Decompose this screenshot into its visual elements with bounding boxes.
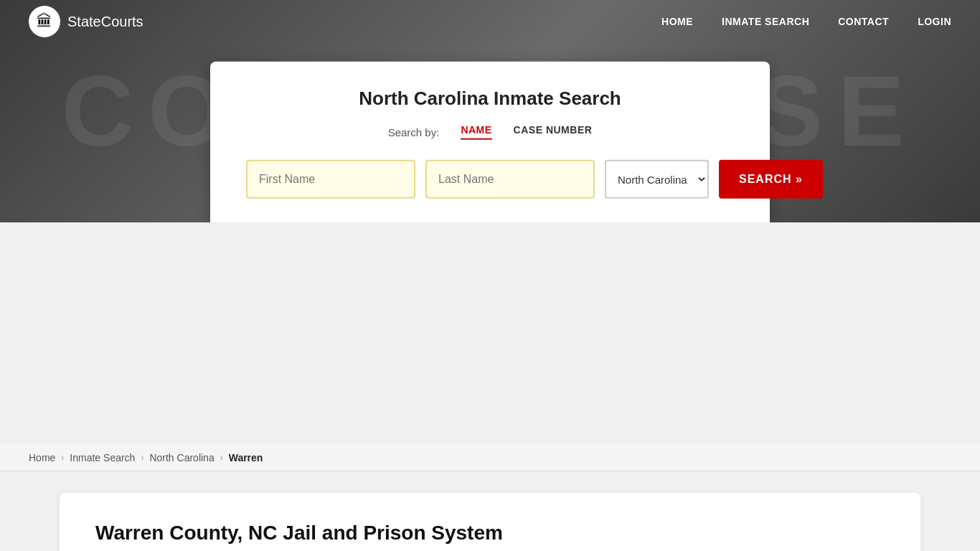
search-card: North Carolina Inmate Search Search by: …: [210, 62, 770, 222]
logo-icon: 🏛: [29, 6, 60, 37]
top-navigation: 🏛 StateCourts HOME INMATE SEARCH CONTACT…: [0, 0, 980, 43]
state-select[interactable]: North Carolina Alabama Alaska Arizona Ca…: [605, 160, 709, 199]
breadcrumb-home[interactable]: Home: [29, 452, 55, 463]
tab-case-number[interactable]: CASE NUMBER: [514, 124, 593, 140]
search-by-label: Search by:: [388, 126, 440, 138]
nav-links: HOME INMATE SEARCH CONTACT LOGIN: [661, 16, 951, 27]
search-button[interactable]: SEARCH »: [719, 160, 823, 199]
search-card-title: North Carolina Inmate Search: [246, 88, 734, 110]
logo-text: StateCourts: [67, 14, 143, 30]
breadcrumb: Home › Inmate Search › North Carolina › …: [0, 445, 980, 471]
logo[interactable]: 🏛 StateCourts: [29, 6, 143, 37]
hero-section: COURTHOUSE 🏛 StateCourts HOME INMATE SEA…: [0, 0, 980, 222]
breadcrumb-state[interactable]: North Carolina: [149, 452, 214, 463]
breadcrumb-sep-3: ›: [220, 453, 223, 463]
last-name-input[interactable]: [425, 160, 595, 199]
nav-inmate-search[interactable]: INMATE SEARCH: [722, 16, 809, 27]
nav-home[interactable]: HOME: [661, 16, 693, 27]
search-fields: North Carolina Alabama Alaska Arizona Ca…: [246, 160, 734, 199]
nav-login[interactable]: LOGIN: [918, 16, 951, 27]
breadcrumb-current: Warren: [229, 452, 263, 463]
first-name-input[interactable]: [246, 160, 415, 199]
breadcrumb-sep-1: ›: [61, 453, 64, 463]
nav-contact[interactable]: CONTACT: [838, 16, 889, 27]
page-heading: Warren County, NC Jail and Prison System: [95, 522, 885, 545]
breadcrumb-inmate-search[interactable]: Inmate Search: [70, 452, 135, 463]
search-tabs: Search by: NAME CASE NUMBER: [246, 124, 734, 140]
breadcrumb-sep-2: ›: [141, 453, 143, 463]
tab-name[interactable]: NAME: [461, 124, 491, 140]
main-content: Warren County, NC Jail and Prison System…: [60, 493, 920, 551]
